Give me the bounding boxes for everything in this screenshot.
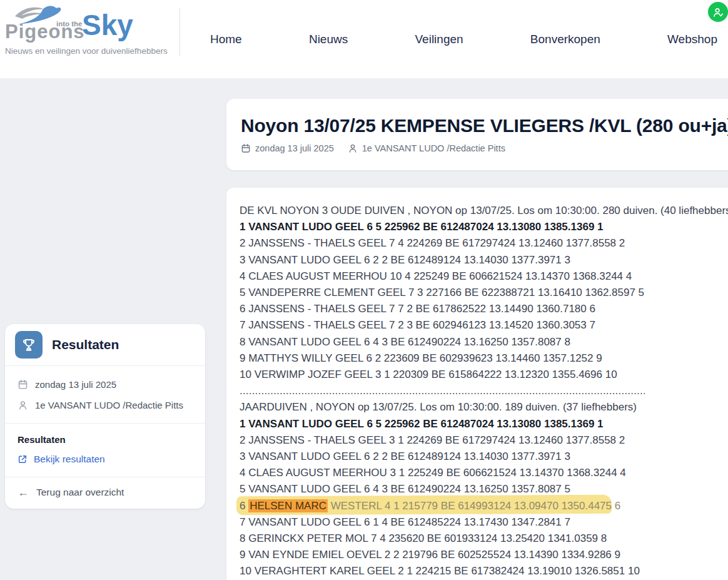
result-line: 4 CLAES AUGUST MEERHOU 3 1 225249 BE 606… [240,465,728,481]
logo-word-sky: Sky [82,8,133,42]
person-icon [348,143,358,153]
sidebar-title: Resultaten [52,337,119,352]
result-winner-line: 1 VANSANT LUDO GEEL 6 5 225962 BE 612487… [240,416,728,432]
dotted-separator: ........................................… [240,383,645,399]
nav-item-nieuws[interactable]: Nieuws [309,33,348,46]
trophy-icon-badge [15,331,43,359]
result-line: 6 JANSSENS - THAELS GEEL 7 7 2 BE 617862… [240,301,728,317]
view-results-link[interactable]: Bekijk resultaten [18,454,193,465]
result-line: 9 MATTHYS WILLY GEEL 6 2 223609 BE 60293… [240,350,728,367]
header-bar: Pigeons into the Sky Nieuws en veilingen… [0,0,728,78]
highlight-rank: 6 [240,500,248,512]
calendar-icon [18,379,28,390]
sidebar-footer: ← Terug naar overzicht [5,477,205,509]
result-line: 9 VAN EYNDE EMIEL OEVEL 2 2 219796 BE 60… [240,547,728,563]
nav-item-veilingen[interactable]: Veilingen [415,33,463,46]
result-line: 3 VANSANT LUDO GEEL 6 2 2 BE 612489124 1… [240,252,728,268]
highlight-fancier-name: HELSEN MARC [248,499,328,512]
main-nav: Home Nieuws Veilingen Bonverkopen Websho… [210,0,717,78]
result-line: 8 GERINCKX PETER MOL 7 4 235620 BE 60193… [240,531,728,547]
logo-tagline: Nieuws en veilingen voor duivenliefhebbe… [5,46,168,56]
calendar-icon [241,143,251,153]
page-title: Noyon 13/07/25 KEMPENSE VLIEGERS /KVL (2… [241,115,728,136]
external-link-icon [18,454,28,464]
result-line: 4 CLAES AUGUST MEERHOU 10 4 225249 BE 60… [240,268,728,285]
sidebar-info-section: zondag 13 juli 2025 1e VANSANT LUDO /Red… [5,366,205,423]
nav-item-home[interactable]: Home [210,33,242,46]
sidebar-section-title: Resultaten [18,434,193,445]
result-line: 10 VERWIMP JOZEF GEEL 3 1 220309 BE 6158… [240,367,728,383]
result-intro-line: JAARDUIVEN , NOYON op 13/07/25. Los om 1… [240,399,728,415]
results-sidebar-card: Resultaten zondag 13 juli 2025 1e VANSAN… [5,324,205,509]
sidebar-author: 1e VANSANT LUDO /Redactie Pitts [35,400,183,410]
sidebar-header: Resultaten [5,324,205,365]
article-meta: zondag 13 juli 2025 1e VANSANT LUDO /Red… [241,143,728,153]
back-to-overview-link[interactable]: ← Terug naar overzicht [18,487,193,498]
back-link-label: Terug naar overzicht [36,487,124,498]
result-intro-line: DE KVL NOYON 3 OUDE DUIVEN , NOYON op 13… [240,203,728,219]
results-card: DE KVL NOYON 3 OUDE DUIVEN , NOYON op 13… [226,188,728,580]
result-line-highlighted: 6 HELSEN MARC WESTERL 4 1 215779 BE 6149… [240,498,728,514]
result-line: 8 VANSANT LUDO GEEL 6 4 3 BE 612490224 1… [240,334,728,350]
person-icon [18,400,28,410]
user-check-icon [713,7,724,18]
trophy-icon [21,337,36,352]
article-author: 1e VANSANT LUDO /Redactie Pitts [362,143,505,153]
highlight-rest: WESTERL 4 1 215779 BE 614993124 13.09470… [328,500,620,512]
sidebar-results-section: Resultaten Bekijk resultaten [5,424,205,477]
article-date: zondag 13 juli 2025 [255,143,334,153]
nav-item-webshop[interactable]: Webshop [667,33,717,46]
nav-item-bonverkopen[interactable]: Bonverkopen [530,33,600,46]
site-logo[interactable]: Pigeons into the Sky Nieuws en veilingen… [5,0,180,78]
sidebar-author-row: 1e VANSANT LUDO /Redactie Pitts [18,400,193,410]
result-line: 3 VANSANT LUDO GEEL 6 2 2 BE 612489124 1… [240,449,728,465]
sidebar-date: zondag 13 juli 2025 [35,379,116,390]
sidebar-date-row: zondag 13 juli 2025 [18,379,193,390]
account-button[interactable] [708,2,728,22]
logo-word-into-the: into the [56,20,83,28]
article-header-card: Noyon 13/07/25 KEMPENSE VLIEGERS /KVL (2… [226,99,728,170]
result-line: 5 VANDEPERRE CLEMENT GEEL 7 3 227166 BE … [240,285,728,301]
header-divider [179,8,180,56]
result-line: 7 JANSSENS - THAELS GEEL 7 2 3 BE 602946… [240,317,728,333]
view-results-label: Bekijk resultaten [34,454,105,465]
result-line: 2 JANSSENS - THAELS GEEL 7 4 224269 BE 6… [240,235,728,252]
result-line: 7 VANSANT LUDO GEEL 6 1 4 BE 612485224 1… [240,514,728,531]
result-winner-line: 1 VANSANT LUDO GEEL 6 5 225962 BE 612487… [240,219,728,235]
result-line: 2 JANSSENS - THAELS GEEL 3 1 224269 BE 6… [240,432,728,449]
result-line: 10 VERAGHTERT KAREL GEEL 2 1 224215 BE 6… [240,563,728,579]
arrow-left-icon: ← [18,487,29,498]
